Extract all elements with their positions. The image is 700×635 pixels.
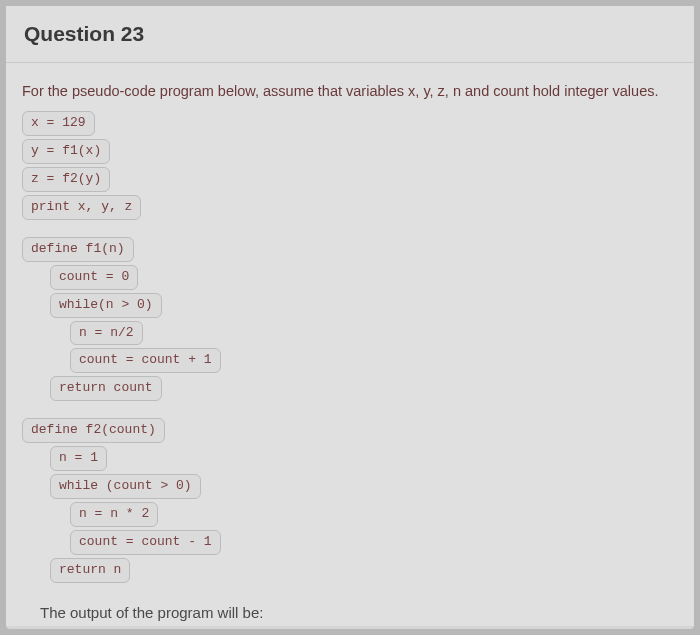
code-line: define f1(n) (22, 237, 134, 262)
output-prompt: The output of the program will be: (40, 604, 678, 621)
question-card: Question 23 For the pseudo-code program … (6, 6, 694, 629)
question-prompt: For the pseudo-code program below, assum… (22, 81, 678, 101)
code-line: print x, y, z (22, 195, 141, 220)
question-header: Question 23 (6, 6, 694, 63)
code-line: count = count - 1 (70, 530, 221, 555)
code-line: x = 129 (22, 111, 95, 136)
code-line: while (count > 0) (50, 474, 201, 499)
code-block-main: x = 129 y = f1(x) z = f2(y) print x, y, … (22, 111, 678, 223)
code-line: z = f2(y) (22, 167, 110, 192)
code-line: y = f1(x) (22, 139, 110, 164)
code-line: n = n * 2 (70, 502, 158, 527)
code-block-f1: define f1(n) count = 0 while(n > 0) n = … (22, 237, 678, 404)
code-line: count = count + 1 (70, 348, 221, 373)
question-title: Question 23 (24, 22, 676, 46)
code-line: define f2(count) (22, 418, 165, 443)
code-line: while(n > 0) (50, 293, 162, 318)
code-line: count = 0 (50, 265, 138, 290)
code-line: n = n/2 (70, 321, 143, 346)
code-line: n = 1 (50, 446, 107, 471)
code-block-f2: define f2(count) n = 1 while (count > 0)… (22, 418, 678, 585)
code-line: return count (50, 376, 162, 401)
code-line: return n (50, 558, 130, 583)
question-body: For the pseudo-code program below, assum… (6, 63, 694, 626)
